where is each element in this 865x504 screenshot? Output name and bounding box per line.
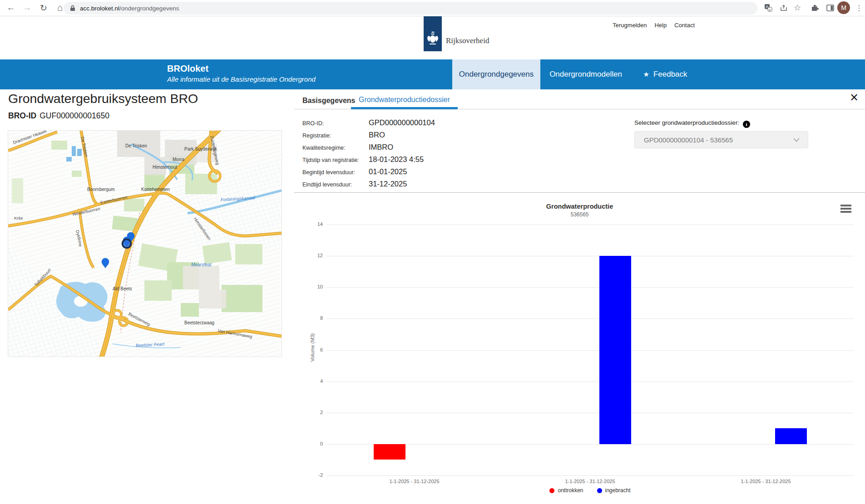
tab-basisgegevens[interactable]: Basisgegevens bbox=[302, 92, 356, 109]
main-navbar: BROloket Alle informatie uit de Basisreg… bbox=[0, 59, 865, 89]
nav-tab-label: Ondergrondmodellen bbox=[549, 70, 622, 79]
field-bro-id: BRO-ID:GPD000000000104 bbox=[302, 118, 435, 127]
bar-ingebracht[interactable] bbox=[775, 428, 807, 444]
link-contact[interactable]: Contact bbox=[674, 22, 695, 29]
divider bbox=[294, 192, 865, 193]
profile-avatar[interactable]: M bbox=[837, 1, 850, 14]
tab-grondwaterproductiedossier[interactable]: Grondwaterproductiedossier bbox=[351, 92, 458, 109]
field-registratie: Registratie:BRO bbox=[302, 131, 385, 139]
nav-tab-label: Feedback bbox=[653, 70, 687, 79]
chart-legend: onttrokken ingebracht bbox=[326, 487, 854, 494]
svg-text:De Trisken: De Trisken bbox=[125, 143, 147, 148]
page-title: Grondwatergebruiksysteem BRO bbox=[8, 91, 198, 106]
bro-id-label: BRO-ID bbox=[8, 111, 36, 120]
side-panel-icon[interactable] bbox=[824, 1, 836, 14]
chart-subtitle: 536565 bbox=[294, 211, 865, 218]
dossier-selector-label: Selecteer grondwaterproductiedossier:i bbox=[634, 119, 750, 128]
bar-ingebracht[interactable] bbox=[599, 256, 631, 444]
dossier-select-value: GPD000000000104 - 536565 bbox=[644, 136, 733, 144]
share-icon[interactable] bbox=[777, 1, 790, 14]
svg-text:Mearsfeat: Mearsfeat bbox=[191, 262, 212, 267]
y-tick-label: 6 bbox=[301, 347, 323, 352]
browser-chrome: ← → ↻ ⌂ acc.broloket.nl/ondergrondgegeve… bbox=[0, 0, 865, 16]
gridline bbox=[326, 382, 854, 382]
field-kwaliteitsregime: Kwaliteitsregime:IMBRO bbox=[302, 143, 393, 152]
field-tijdstip-registratie: Tijdstip van registratie:18-01-2023 4:55 bbox=[302, 155, 424, 164]
x-tick-label: 1-1-2025 - 31-12-2025 bbox=[365, 479, 465, 484]
svg-text:Morra: Morra bbox=[173, 157, 185, 162]
reload-icon[interactable]: ↻ bbox=[37, 1, 50, 14]
svg-text:Boornbergum: Boornbergum bbox=[87, 187, 115, 192]
info-icon[interactable]: i bbox=[743, 121, 750, 128]
x-tick-label: 1-1-2025 - 31-12-2025 bbox=[716, 479, 816, 484]
header-links: Terugmelden Help Contact bbox=[613, 22, 695, 29]
legend-swatch-red bbox=[549, 488, 554, 493]
close-icon[interactable]: × bbox=[850, 91, 858, 104]
gridline bbox=[326, 225, 854, 225]
y-tick-label: 8 bbox=[301, 315, 323, 321]
chrome-menu-icon[interactable]: ⋮ bbox=[853, 1, 865, 14]
gridline bbox=[326, 350, 854, 351]
translate-icon[interactable]: Aa bbox=[762, 1, 775, 14]
y-tick-label: 0 bbox=[301, 441, 323, 446]
logo-wordmark: Rijksoverheid bbox=[446, 36, 489, 45]
legend-item-onttrokken[interactable]: onttrokken bbox=[549, 487, 583, 494]
nav-tab-feedback[interactable]: ★ Feedback bbox=[631, 59, 699, 89]
x-tick-label: 1-1-2025 - 31-12-2025 bbox=[540, 479, 640, 484]
forward-icon[interactable]: → bbox=[21, 1, 34, 14]
site-header: Rijksoverheid Terugmelden Help Contact bbox=[0, 16, 865, 59]
url-bar[interactable]: acc.broloket.nl/ondergrondgegevens bbox=[64, 2, 757, 15]
y-tick-label: 10 bbox=[301, 284, 323, 289]
chart-plot-area: 14121086420-21-1-2025 - 31-12-20251-1-20… bbox=[326, 225, 854, 475]
svg-text:Kortehemmen: Kortehemmen bbox=[141, 187, 170, 192]
bookmark-star-icon[interactable]: ☆ bbox=[791, 1, 804, 14]
extensions-icon[interactable] bbox=[808, 1, 821, 14]
feedback-star-icon: ★ bbox=[643, 70, 649, 78]
chevron-down-icon bbox=[793, 138, 800, 142]
chart-title: Grondwaterproductie bbox=[294, 203, 865, 210]
svg-text:Krite: Krite bbox=[14, 215, 23, 220]
link-terugmelden[interactable]: Terugmelden bbox=[613, 22, 647, 29]
rijksoverheid-logo bbox=[424, 16, 442, 51]
gridline bbox=[326, 444, 854, 445]
map-circle-marker[interactable] bbox=[123, 240, 131, 248]
panel-tabs: Basisgegevens Grondwaterproductiedossier bbox=[294, 92, 865, 109]
link-help[interactable]: Help bbox=[654, 22, 667, 29]
bro-id-row: BRO-IDGUF000000001650 bbox=[8, 111, 109, 121]
bar-onttrokken[interactable] bbox=[374, 444, 405, 460]
y-tick-label: -2 bbox=[301, 472, 323, 478]
svg-text:Park Suyderwijk: Park Suyderwijk bbox=[184, 147, 217, 152]
svg-text:Himsterhout: Himsterhout bbox=[153, 165, 177, 170]
gridline bbox=[326, 413, 854, 413]
nav-tab-label: Ondergrondgegevens bbox=[459, 70, 534, 79]
nav-tab-ondergrondgegevens[interactable]: Ondergrondgegevens bbox=[452, 59, 540, 89]
y-tick-label: 12 bbox=[301, 253, 323, 258]
location-map[interactable]: Drachtster HeaweiDe TriskenZuiderhogeweg… bbox=[8, 131, 282, 357]
field-eindtijd: Eindtijd levensduur:31-12-2025 bbox=[302, 180, 407, 188]
y-tick-label: 2 bbox=[301, 410, 323, 415]
brand-title[interactable]: BROloket bbox=[167, 64, 208, 74]
svg-text:Ald Beets: Ald Beets bbox=[113, 286, 132, 291]
url-text: acc.broloket.nl/ondergrondgegevens bbox=[80, 5, 179, 12]
y-tick-label: 4 bbox=[301, 378, 323, 384]
bro-id-value: GUF000000001650 bbox=[40, 111, 109, 120]
legend-label: ingebracht bbox=[605, 487, 631, 494]
back-icon[interactable]: ← bbox=[5, 1, 17, 14]
nav-tab-ondergrondmodellen[interactable]: Ondergrondmodellen bbox=[540, 59, 631, 89]
field-begintijd: Begintijd levensduur:01-01-2025 bbox=[302, 167, 407, 176]
svg-text:Beetsterzwaag: Beetsterzwaag bbox=[184, 320, 214, 325]
dossier-select[interactable]: GPD000000000104 - 536565 bbox=[634, 131, 808, 148]
svg-text:a: a bbox=[769, 8, 771, 11]
gridline bbox=[326, 256, 854, 256]
legend-label: onttrokken bbox=[558, 487, 583, 494]
gridline bbox=[326, 287, 854, 288]
gridline bbox=[326, 475, 854, 476]
y-tick-label: 14 bbox=[301, 221, 323, 227]
gridline bbox=[326, 318, 854, 319]
brand-subtitle: Alle informatie uit de Basisregistratie … bbox=[167, 75, 316, 83]
lock-icon bbox=[70, 5, 75, 11]
chart-menu-icon[interactable] bbox=[840, 205, 851, 214]
legend-item-ingebracht[interactable]: ingebracht bbox=[597, 487, 631, 494]
legend-swatch-blue bbox=[597, 488, 602, 493]
